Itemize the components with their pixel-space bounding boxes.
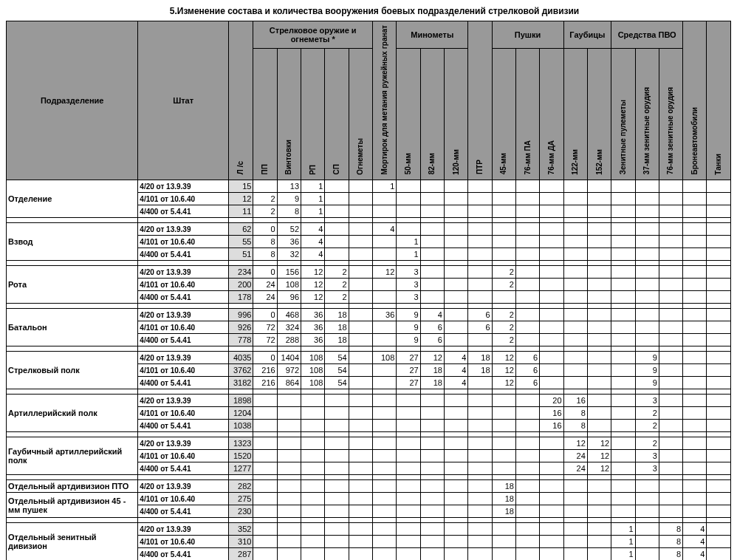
- value-cell: [683, 248, 707, 261]
- ls-cell: 178: [228, 291, 253, 304]
- table-row: Стрелковый полк4/20 от 13.9.394035014041…: [7, 352, 731, 364]
- value-cell: [611, 266, 635, 279]
- value-cell: [635, 205, 659, 218]
- value-cell: [540, 236, 563, 248]
- value-cell: [515, 193, 539, 205]
- value-cell: 2: [635, 437, 659, 450]
- value-cell: [253, 407, 277, 420]
- value-cell: [373, 437, 397, 450]
- value-cell: [420, 180, 444, 193]
- hdr-rp: РП: [301, 48, 325, 180]
- value-cell: [277, 480, 301, 493]
- value-cell: 2: [635, 407, 659, 420]
- value-cell: 6: [468, 309, 492, 321]
- value-cell: 6: [515, 377, 539, 389]
- value-cell: [444, 291, 467, 304]
- unit-cell: Отдельный артдивизион 45 - мм пушек: [7, 493, 138, 518]
- hdr-ptr: ПТР: [468, 21, 492, 180]
- shtat-cell: 4/20 от 13.9.39: [138, 437, 229, 450]
- value-cell: [420, 223, 444, 236]
- value-cell: [515, 437, 539, 450]
- table-body: Отделение4/20 от 13.9.391513114/101 от 1…: [7, 180, 731, 560]
- value-cell: [611, 321, 635, 334]
- value-cell: [611, 334, 635, 346]
- value-cell: 1: [301, 193, 325, 205]
- value-cell: [444, 205, 467, 218]
- value-cell: [468, 193, 492, 205]
- value-cell: [683, 364, 707, 377]
- value-cell: [707, 377, 731, 389]
- value-cell: [563, 523, 587, 536]
- value-cell: [325, 505, 349, 518]
- value-cell: [373, 505, 397, 518]
- value-cell: [587, 205, 611, 218]
- value-cell: [325, 462, 349, 475]
- value-cell: 20: [540, 395, 563, 407]
- value-cell: [397, 493, 420, 505]
- value-cell: [659, 480, 682, 493]
- value-cell: [611, 407, 635, 420]
- value-cell: [325, 523, 349, 536]
- value-cell: [444, 505, 467, 518]
- value-cell: 12: [492, 364, 515, 377]
- value-cell: 3: [635, 462, 659, 475]
- value-cell: [635, 536, 659, 548]
- table-row: Рота4/20 от 13.9.3923401561221232: [7, 266, 731, 279]
- value-cell: [420, 420, 444, 432]
- value-cell: [540, 248, 563, 261]
- value-cell: [611, 248, 635, 261]
- value-cell: [515, 420, 539, 432]
- value-cell: [301, 536, 325, 548]
- ls-cell: 282: [228, 480, 253, 493]
- value-cell: [468, 505, 492, 518]
- value-cell: [253, 523, 277, 536]
- value-cell: [611, 223, 635, 236]
- shtat-cell: 4/101 от 10.6.40: [138, 407, 229, 420]
- value-cell: 9: [635, 364, 659, 377]
- hdr-ognemety: Огнеметы: [349, 48, 372, 180]
- value-cell: 4: [301, 223, 325, 236]
- value-cell: [492, 523, 515, 536]
- value-cell: [587, 505, 611, 518]
- value-cell: 72: [253, 334, 277, 346]
- value-cell: [373, 364, 397, 377]
- value-cell: [349, 395, 372, 407]
- ls-cell: 4035: [228, 352, 253, 364]
- value-cell: [444, 523, 467, 536]
- value-cell: [515, 279, 539, 291]
- value-cell: [611, 450, 635, 462]
- value-cell: 12: [301, 291, 325, 304]
- shtat-cell: 4/101 от 10.6.40: [138, 279, 229, 291]
- value-cell: 52: [277, 223, 301, 236]
- value-cell: [611, 193, 635, 205]
- value-cell: [611, 493, 635, 505]
- value-cell: [349, 279, 372, 291]
- hdr-pushki: Пушки: [492, 21, 563, 49]
- value-cell: [540, 364, 563, 377]
- value-cell: [659, 266, 682, 279]
- main-table: Подразделение Штат Л /с Стрелковое оружи…: [6, 21, 731, 560]
- value-cell: [492, 548, 515, 560]
- value-cell: [444, 236, 467, 248]
- value-cell: [635, 523, 659, 536]
- value-cell: 108: [301, 377, 325, 389]
- value-cell: [397, 180, 420, 193]
- value-cell: [587, 291, 611, 304]
- value-cell: [373, 536, 397, 548]
- ls-cell: 62: [228, 223, 253, 236]
- shtat-cell: 4/400 от 5.4.41: [138, 291, 229, 304]
- shtat-cell: 4/101 от 10.6.40: [138, 321, 229, 334]
- value-cell: [707, 180, 731, 193]
- hdr-p45: 45-мм: [492, 48, 515, 180]
- value-cell: [515, 291, 539, 304]
- value-cell: 4: [301, 236, 325, 248]
- ls-cell: 996: [228, 309, 253, 321]
- value-cell: [492, 180, 515, 193]
- value-cell: [611, 364, 635, 377]
- value-cell: 9: [397, 334, 420, 346]
- table-row: Отдельный артдивизион 45 - мм пушек4/101…: [7, 493, 731, 505]
- value-cell: [540, 493, 563, 505]
- value-cell: [325, 236, 349, 248]
- value-cell: [420, 523, 444, 536]
- value-cell: [563, 205, 587, 218]
